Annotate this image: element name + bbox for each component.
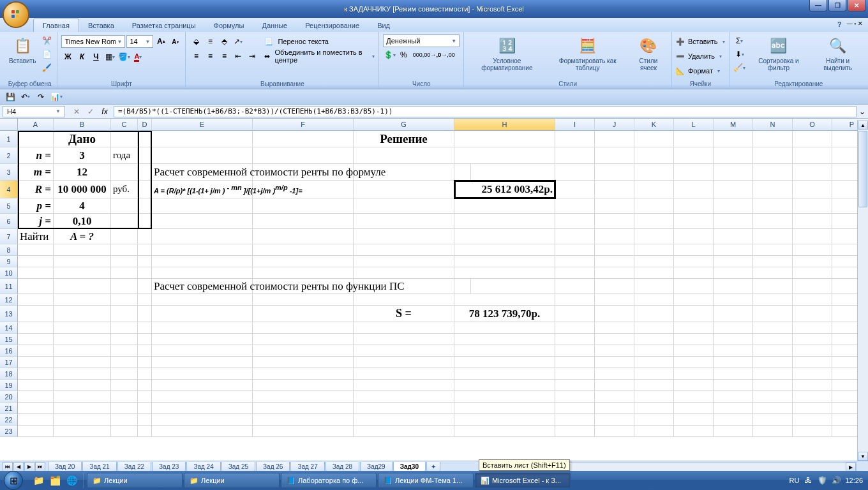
row-header-2[interactable]: 2 — [0, 147, 18, 164]
cell-E4[interactable]: A = (R/p)* [(1-(1+ j/m ) - mn ]/[(1+j/m … — [152, 181, 454, 198]
align-left-button[interactable]: ≡ — [190, 50, 202, 63]
delete-cells-button[interactable]: ➖ Удалить ▾ — [676, 49, 725, 63]
taskbar-button[interactable]: 📁Лекции — [184, 473, 280, 488]
select-all-corner[interactable] — [0, 119, 18, 131]
undo-button[interactable]: ↶▾ — [19, 91, 32, 103]
minimize-ribbon-icon[interactable]: — ▫ ✕ — [847, 20, 863, 28]
cell-A7[interactable]: Найти — [18, 229, 54, 244]
row-header-19[interactable]: 19 — [0, 380, 18, 391]
row-header-14[interactable]: 14 — [0, 322, 18, 334]
row-header-15[interactable]: 15 — [0, 334, 18, 345]
wrap-text-button[interactable]: 📃 Перенос текста — [264, 34, 375, 48]
bold-button[interactable]: Ж — [61, 50, 74, 63]
row-header-8[interactable]: 8 — [0, 244, 18, 256]
shrink-font-button[interactable]: A▾ — [168, 35, 181, 48]
col-header-O[interactable]: O — [793, 119, 832, 131]
merge-button[interactable]: ⬌ Объединить и поместить в центре ▾ — [264, 49, 375, 63]
tab-nav-prev[interactable]: ◀ — [13, 462, 24, 471]
clear-button[interactable]: 🧹▾ — [733, 61, 746, 74]
format-table-button[interactable]: 🧮Форматировать как таблицу — [548, 34, 627, 73]
row-header-12[interactable]: 12 — [0, 294, 18, 306]
increase-indent-button[interactable]: ⇥ — [246, 50, 258, 63]
cell-B4[interactable]: 10 000 000 — [54, 181, 111, 198]
help-icon[interactable]: ? — [837, 20, 842, 28]
tray-shield-icon[interactable]: 🛡️ — [817, 475, 827, 486]
lang-indicator[interactable]: RU — [789, 477, 800, 484]
italic-button[interactable]: К — [75, 50, 88, 63]
cell-B1[interactable]: Дано — [54, 131, 111, 147]
cut-button[interactable]: ✂️ — [40, 34, 53, 47]
tab-nav-first[interactable]: ⏮ — [3, 462, 13, 471]
cell-G13[interactable]: S = — [354, 306, 454, 322]
autosum-button[interactable]: Σ▾ — [733, 34, 746, 47]
tab-view[interactable]: Вид — [368, 19, 399, 32]
cell-C4[interactable]: руб. — [111, 181, 138, 198]
vertical-scrollbar[interactable]: ▲ ▼ — [857, 120, 868, 461]
align-center-button[interactable]: ≡ — [204, 50, 216, 63]
col-header-G[interactable]: G — [354, 119, 454, 131]
cell-A6[interactable]: j = — [18, 214, 54, 229]
copy-button[interactable]: 📄 — [40, 48, 53, 61]
align-middle-button[interactable]: ≡ — [204, 35, 216, 48]
cell-G1[interactable]: Решение — [354, 131, 454, 147]
format-painter-button[interactable]: 🖌️ — [40, 61, 53, 74]
cell-A3[interactable]: m = — [18, 164, 54, 181]
cancel-formula-button[interactable]: ✕ — [70, 105, 83, 118]
row-header-9[interactable]: 9 — [0, 256, 18, 267]
taskbar-button[interactable]: 📘Лекции ФМ-Тема 1... — [378, 473, 474, 488]
format-cells-button[interactable]: 📐 Формат ▾ — [676, 64, 725, 78]
row-header-23[interactable]: 23 — [0, 426, 18, 437]
font-color-button[interactable]: A▾ — [131, 50, 144, 63]
row-header-6[interactable]: 6 — [0, 214, 18, 229]
clock[interactable]: 12:26 — [845, 477, 863, 484]
taskbar-button[interactable]: 📁Лекции — [87, 473, 183, 488]
tab-nav-next[interactable]: ▶ — [24, 462, 34, 471]
tab-layout[interactable]: Разметка страницы — [123, 19, 205, 32]
cell-C2[interactable]: года — [111, 147, 138, 164]
cell-styles-button[interactable]: 🎨Стили ячеек — [629, 34, 668, 73]
cell-B5[interactable]: 4 — [54, 198, 111, 214]
row-header-22[interactable]: 22 — [0, 414, 18, 426]
row-header-18[interactable]: 18 — [0, 368, 18, 380]
row-header-7[interactable]: 7 — [0, 229, 18, 244]
tray-volume-icon[interactable]: 🔊 — [831, 475, 841, 486]
conditional-format-button[interactable]: 🔢Условное форматирование — [468, 34, 546, 73]
ql-totalcmd[interactable]: 🗂️ — [47, 473, 63, 488]
tab-formulas[interactable]: Формулы — [205, 19, 253, 32]
cell-A5[interactable]: p = — [18, 198, 54, 214]
currency-button[interactable]: 💲▾ — [383, 48, 396, 61]
insert-cells-button[interactable]: ➕ Вставить ▾ — [676, 34, 725, 48]
row-header-4[interactable]: 4 — [0, 181, 18, 198]
ql-explorer[interactable]: 📁 — [31, 473, 46, 488]
col-header-M[interactable]: M — [714, 119, 753, 131]
underline-button[interactable]: Ч — [89, 50, 102, 63]
fill-button[interactable]: ⬇▾ — [733, 48, 746, 61]
col-header-K[interactable]: K — [634, 119, 674, 131]
cell-E11[interactable]: Расчет современной стоимости ренты по фу… — [152, 279, 471, 294]
align-top-button[interactable]: ⬙ — [190, 35, 202, 48]
cell-B7[interactable]: A = ? — [54, 229, 111, 244]
col-header-F[interactable]: F — [253, 119, 354, 131]
minimize-button[interactable]: — — [809, 0, 827, 11]
col-header-N[interactable]: N — [753, 119, 793, 131]
row-header-11[interactable]: 11 — [0, 279, 18, 294]
row-header-13[interactable]: 13 — [0, 306, 18, 322]
col-header-A[interactable]: A — [18, 119, 54, 131]
expand-formula-button[interactable]: ⌄ — [857, 105, 868, 118]
cell-A2[interactable]: n = — [18, 147, 54, 164]
fill-color-button[interactable]: 🪣▾ — [117, 50, 130, 63]
col-header-I[interactable]: I — [555, 119, 595, 131]
cell-B2[interactable]: 3 — [54, 147, 111, 164]
start-button[interactable]: ⊞ — [0, 471, 27, 490]
row-header-5[interactable]: 5 — [0, 198, 18, 214]
tab-insert[interactable]: Вставка — [79, 19, 123, 32]
cell-B6[interactable]: 0,10 — [54, 214, 111, 229]
grow-font-button[interactable]: A▴ — [154, 35, 167, 48]
qat-more-button[interactable]: 📊▾ — [50, 91, 63, 103]
tab-data[interactable]: Данные — [253, 19, 296, 32]
decrease-indent-button[interactable]: ⇤ — [232, 50, 244, 63]
tab-review[interactable]: Рецензирование — [296, 19, 368, 32]
cell-H13[interactable]: 78 123 739,70р. — [454, 306, 555, 322]
col-header-B[interactable]: B — [54, 119, 111, 131]
office-button[interactable] — [3, 1, 29, 28]
